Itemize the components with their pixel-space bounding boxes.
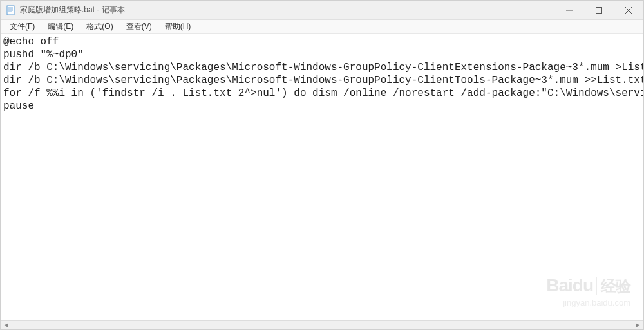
notepad-window: 家庭版增加组策略.bat - 记事本 文件(F) 编辑(E) 格式(O) 查看(… [0, 0, 644, 330]
menu-file[interactable]: 文件(F) [3, 20, 41, 33]
code-line: pause [3, 100, 34, 112]
svg-rect-6 [596, 7, 602, 13]
menu-format[interactable]: 格式(O) [80, 20, 119, 33]
menu-edit[interactable]: 编辑(E) [41, 20, 80, 33]
watermark-url: jingyan.baidu.com [546, 298, 630, 307]
code-line: for /f %%i in ('findstr /i . List.txt 2^… [3, 87, 643, 99]
editor-content[interactable]: @echo off pushd "%~dp0" dir /b C:\Window… [1, 34, 643, 114]
titlebar-left: 家庭版增加组策略.bat - 记事本 [1, 5, 125, 15]
titlebar: 家庭版增加组策略.bat - 记事本 [1, 1, 643, 20]
code-line: pushd "%~dp0" [3, 49, 84, 60]
notepad-icon [6, 5, 16, 15]
window-controls [554, 1, 643, 19]
close-button[interactable] [614, 1, 643, 19]
code-line: @echo off [3, 36, 59, 48]
menu-view[interactable]: 查看(V) [120, 20, 158, 33]
editor-area[interactable]: @echo off pushd "%~dp0" dir /b C:\Window… [1, 34, 643, 320]
watermark-brand-cn: 经验 [596, 277, 630, 295]
menu-help[interactable]: 帮助(H) [158, 20, 198, 33]
maximize-button[interactable] [584, 1, 614, 19]
horizontal-scrollbar[interactable]: ◀ ▶ [1, 320, 643, 329]
menubar: 文件(F) 编辑(E) 格式(O) 查看(V) 帮助(H) [1, 20, 643, 34]
code-line: dir /b C:\Windows\servicing\Packages\Mic… [3, 62, 643, 73]
watermark: Baidu经验 jingyan.baidu.com [546, 275, 630, 307]
minimize-button[interactable] [554, 1, 584, 19]
code-line: dir /b C:\Windows\servicing\Packages\Mic… [3, 75, 643, 86]
scroll-left-icon[interactable]: ◀ [1, 320, 12, 329]
watermark-logo: Baidu经验 [546, 275, 630, 297]
window-title: 家庭版增加组策略.bat - 记事本 [20, 5, 125, 15]
scroll-right-icon[interactable]: ▶ [632, 320, 643, 329]
watermark-brand: Baidu [546, 275, 593, 295]
